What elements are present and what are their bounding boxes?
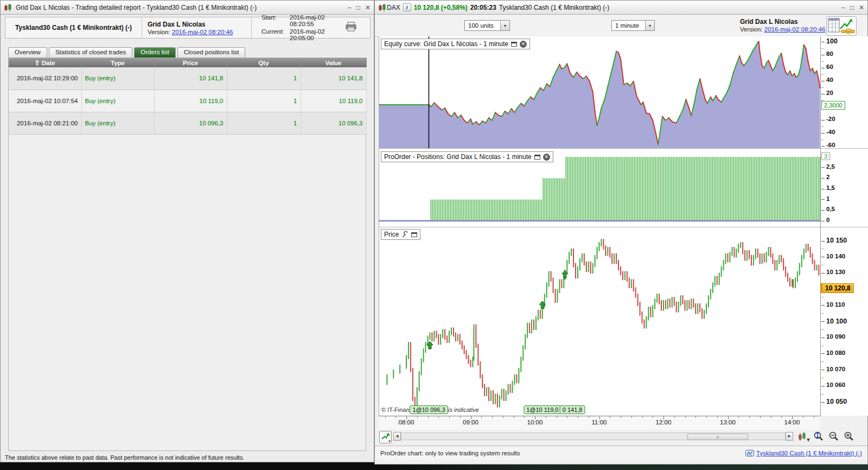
- equity-curve-chart[interactable]: [379, 36, 820, 148]
- time-axis-tick: [471, 416, 471, 420]
- toolbar-system-name: Grid Dax L Nicolas: [740, 18, 797, 26]
- minimize-button[interactable]: –: [348, 4, 352, 11]
- scrollbar-thumb[interactable]: ≡: [687, 434, 748, 440]
- scroll-left-button[interactable]: ◄: [393, 432, 401, 441]
- scrollbar-track[interactable]: ≡: [401, 433, 786, 440]
- panel-divider[interactable]: [379, 227, 868, 227]
- time-axis-label: 08:00: [399, 419, 414, 425]
- version-link[interactable]: 2016-maj-02 08:20:46: [172, 29, 233, 35]
- price-axis-tick: [821, 241, 825, 242]
- positions-axis-tick: [821, 210, 825, 211]
- time-axis-tick: [535, 416, 535, 420]
- order-row[interactable]: 2016-maj-02 10:29:00 Buy (entry) 10 141,…: [9, 67, 366, 90]
- price-axis-tick: [821, 257, 825, 257]
- zoom-in-icon[interactable]: [843, 431, 856, 443]
- price-axis-minor-tick: [821, 313, 824, 314]
- detach-panel-icon[interactable]: [411, 232, 417, 237]
- equity-axis-label: 20: [826, 90, 833, 96]
- equity-axis-minor-tick: [821, 139, 824, 140]
- tab-statistics[interactable]: Statistics of closed trades: [49, 47, 132, 58]
- col-type[interactable]: Type: [81, 58, 154, 67]
- report-titlebar[interactable]: Grid Dax L Nicolas - Trading detailed re…: [1, 1, 374, 15]
- equity-axis-tick: [821, 81, 825, 81]
- time-axis-tick: [803, 416, 803, 418]
- detach-panel-icon[interactable]: [511, 42, 517, 47]
- equity-axis-minor-tick: [821, 74, 824, 75]
- positions-axis-label: 0,5: [826, 206, 835, 212]
- minimize-button[interactable]: –: [841, 4, 845, 11]
- timeframe-dropdown[interactable]: 1 minute ▼: [611, 20, 655, 31]
- price-current-value: 10 120,8: [820, 283, 854, 293]
- time-axis-tick: [460, 416, 461, 418]
- col-qty[interactable]: Qty: [227, 58, 301, 67]
- scroll-right-button[interactable]: ►: [786, 432, 793, 441]
- time-axis-tick: [589, 416, 589, 418]
- start-label: Start:: [261, 14, 290, 27]
- time-axis-tick: [610, 416, 610, 418]
- wrench-icon[interactable]: [401, 231, 409, 238]
- positions-axis-tick: [821, 221, 825, 221]
- price-chart[interactable]: [379, 233, 820, 416]
- zoom-vertical-icon[interactable]: [812, 431, 825, 443]
- time-axis-tick: [749, 416, 750, 418]
- candlestick-app-icon: [378, 3, 387, 12]
- chevron-down-icon: ▼: [500, 21, 509, 30]
- proorder-status-message: ProOrder chart: only to view trading sys…: [380, 450, 520, 456]
- col-date[interactable]: ⇧ Date: [9, 58, 81, 67]
- col-value[interactable]: Value: [301, 58, 366, 67]
- toolbar-version-link[interactable]: 2016-maj-02 08:20:46: [764, 26, 826, 33]
- time-axis-tick: [428, 416, 429, 418]
- time-axis-tick: [674, 416, 675, 418]
- chart-titlebar[interactable]: DAX i 10 120,8 (+0,58%) 20:05:23 Tysklan…: [375, 1, 867, 15]
- units-dropdown[interactable]: 100 units ▼: [464, 20, 510, 31]
- sort-ascending-icon: ⇧: [35, 60, 40, 66]
- order-marker-badge[interactable]: 0 141,8: [560, 405, 585, 414]
- zoom-out-icon[interactable]: [827, 431, 840, 443]
- price-axis-tick: [821, 273, 825, 274]
- positions-axis-tick: [821, 189, 825, 189]
- panel-divider[interactable]: [379, 148, 868, 149]
- close-panel-icon[interactable]: ✕: [543, 154, 550, 161]
- time-axis-tick: [653, 416, 653, 418]
- report-header-panel: Tyskland30 Cash (1 € Minikontrakt) (-) G…: [5, 17, 371, 39]
- time-axis-tick: [621, 416, 621, 418]
- order-row[interactable]: 2016-maj-02 10:07:54 Buy (entry) 10 119,…: [9, 90, 366, 112]
- print-button[interactable]: [345, 22, 357, 34]
- tab-overview[interactable]: Overview: [8, 47, 47, 58]
- tab-orders-list[interactable]: Orders list: [134, 47, 175, 58]
- report-tabs: Overview Statistics of closed trades Ord…: [8, 47, 247, 58]
- detach-panel-icon[interactable]: [534, 155, 540, 160]
- time-axis-tick: [492, 416, 493, 418]
- candlestick-app-icon: [4, 3, 12, 12]
- equity-axis-tick: [821, 55, 825, 55]
- maximize-button[interactable]: □: [356, 4, 360, 11]
- time-axis-label: 14:00: [784, 419, 800, 425]
- order-marker-badge[interactable]: 1@10 096,3: [410, 405, 448, 414]
- order-marker-badge[interactable]: 1@10 119,0: [524, 405, 561, 414]
- current-value: 2016-maj-02 20:05:00: [290, 28, 345, 41]
- trading-report-icon[interactable]: [826, 16, 857, 36]
- price-axis-label: 10 100: [826, 317, 847, 325]
- price-axis-label: 10 050: [826, 398, 847, 405]
- col-price[interactable]: Price: [154, 58, 227, 67]
- chart-contract: Tyskland30 Cash (1 € Minikontrakt) (-): [499, 4, 609, 11]
- close-panel-icon[interactable]: ✕: [520, 41, 527, 48]
- desktop: Grid Dax L Nicolas - Trading detailed re…: [0, 0, 868, 470]
- close-button[interactable]: ✕: [859, 4, 864, 11]
- order-row[interactable]: 2016-maj-02 08:21:00 Buy (entry) 10 096,…: [9, 112, 366, 134]
- time-axis-label: 13:00: [720, 419, 736, 425]
- price-axis-label: 10 070: [826, 366, 845, 372]
- info-icon[interactable]: i: [403, 3, 411, 11]
- equity-axis-label: -60: [826, 142, 835, 148]
- price-display-icon[interactable]: [797, 431, 810, 443]
- time-axis: 08:0009:0010:0011:0012:0013:0014:00: [379, 416, 820, 430]
- instrument-link[interactable]: Tyskland30 Cash (1 € Minikontrakt) (-): [756, 450, 862, 456]
- equity-axis-tick: [821, 94, 825, 94]
- close-button[interactable]: ✕: [365, 4, 371, 11]
- maximize-button[interactable]: □: [850, 4, 854, 11]
- tab-closed-positions[interactable]: Closed positions list: [177, 47, 246, 58]
- price-axis-minor-tick: [821, 329, 824, 330]
- price-axis-minor-tick: [821, 346, 824, 346]
- chevron-down-icon[interactable]: ▼: [388, 440, 391, 443]
- positions-axis-tick: [821, 178, 825, 179]
